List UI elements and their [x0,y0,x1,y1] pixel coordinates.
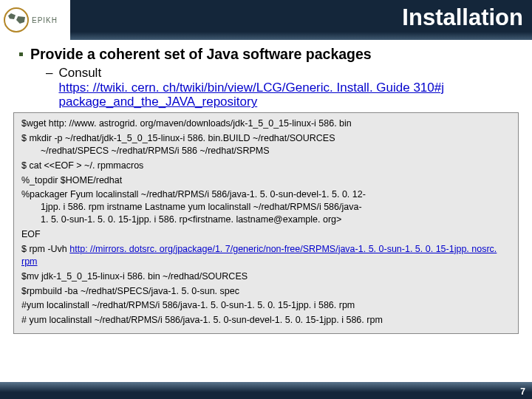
slide-content: Provide a coherent set of Java software … [0,40,532,109]
rpm-link[interactable]: http: //mirrors. dotsrc. org/jpackage/1.… [21,244,497,267]
code-line: EOF [21,228,511,241]
code-block: $wget http: //www. astrogrid. org/maven/… [13,112,519,334]
bullet-icon [19,52,23,56]
sub-label: Consult [58,66,101,80]
dash-icon: – [46,66,52,81]
code-line: $rpmbuild -ba ~/redhat/SPECS/java-1. 5. … [21,285,511,298]
code-line: %packager Fyum localinstall ~/redhat/RPM… [21,188,511,226]
code-line: $ cat <<EOF > ~/. rpmmacros [21,160,511,172]
globe-icon [4,7,29,33]
bullet-main-row: Provide a coherent set of Java software … [13,46,519,63]
code-line: # yum localinstall ~/redhat/RPMS/i 586/j… [21,314,511,327]
logo-container: EPIKH [0,0,70,40]
bullet-sub-text: Consult https: //twiki. cern. ch/twiki/b… [58,66,519,109]
slide-footer: 7 [0,382,532,399]
code-line: $ rpm -Uvh http: //mirrors. dotsrc. org/… [21,243,511,268]
bullet-main-text: Provide a coherent set of Java software … [30,46,372,63]
logo-text: EPIKH [32,16,58,24]
code-line: #yum localinstall ~/redhat/RPMS/i 586/ja… [21,299,511,312]
epikh-logo: EPIKH [4,5,66,35]
code-line: $mv jdk-1_5_0_15-linux-i 586. bin ~/redh… [21,270,511,283]
page-number: 7 [520,386,525,397]
slide-title: Installation [402,4,523,31]
slide-header: EPIKH Installation [0,0,532,40]
bullet-sub-row: – Consult https: //twiki. cern. ch/twiki… [46,66,519,109]
code-line: $ mkdir -p ~/redhat/jdk-1_5_0_15-linux-i… [21,132,511,157]
consult-link[interactable]: https: //twiki. cern. ch/twiki/bin/view/… [58,81,444,109]
code-line: %_topdir $HOME/redhat [21,174,511,187]
code-line: $wget http: //www. astrogrid. org/maven/… [21,117,511,130]
